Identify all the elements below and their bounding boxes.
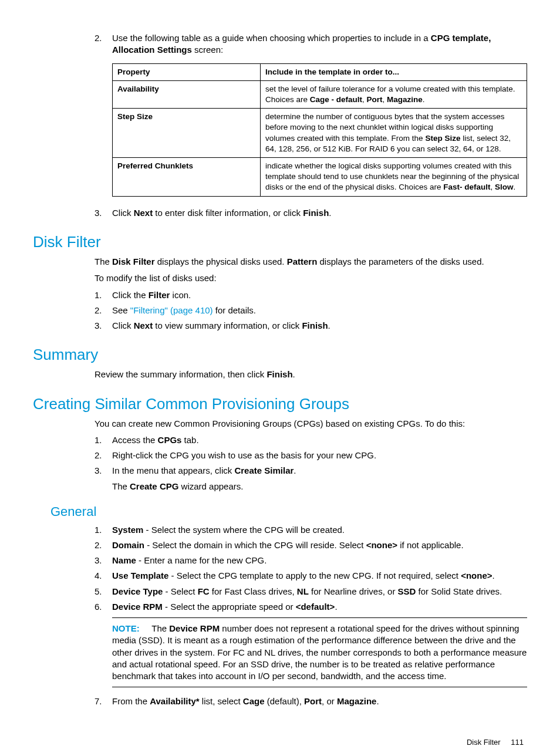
intro-steps: 2. Use the following table as a guide wh… [95,32,527,219]
step-text: Use the following table as a guide when … [112,33,491,55]
step-2: 2. Use the following table as a guide wh… [95,32,527,197]
disk-filter-steps: 1. Click the Filter icon. 2. See "Filter… [95,289,527,332]
heading-summary: Summary [33,345,527,365]
step-3: 3. Click Next to enter disk filter infor… [95,207,527,219]
list-item: 1. Click the Filter icon. [95,289,527,301]
disk-filter-para1: The Disk Filter displays the physical di… [95,256,527,268]
step-number: 2. [95,32,102,44]
table-header-row: Property Include in the template in orde… [113,63,527,80]
list-item: 2. Domain - Select the domain in which t… [95,539,527,551]
summary-para: Review the summary information, then cli… [95,369,527,380]
col-property: Property [113,63,261,80]
filtering-link[interactable]: "Filtering" (page 410) [130,305,213,315]
cell-desc: indicate whether the logical disks suppo… [261,158,527,197]
list-item: 4. Use Template - Select the CPG templat… [95,570,527,582]
page-footer: Disk Filter 111 [33,737,527,746]
disk-filter-para2: To modify the list of disks used: [95,272,527,284]
heading-general: General [50,503,527,521]
footer-page-number: 111 [511,738,524,746]
list-item: 6. Device RPM - Select the appropriate s… [95,601,527,688]
list-item: 1. Access the CPGs tab. [95,434,527,446]
table-row: Availability set the level of failure to… [113,80,527,108]
list-item: 1. System - Select the system where the … [95,524,527,536]
table-row: Preferred Chunklets indicate whether the… [113,158,527,197]
properties-table: Property Include in the template in orde… [112,63,527,197]
list-item: 2. See "Filtering" (page 410) for detail… [95,305,527,316]
step-number: 3. [95,207,102,219]
heading-disk-filter: Disk Filter [33,232,527,252]
creating-para: You can create new Common Provisioning G… [95,418,527,430]
creating-steps: 1. Access the CPGs tab. 2. Right-click t… [95,434,527,492]
note-label: NOTE: [112,623,140,633]
heading-creating-similar: Creating Similar Common Provisioning Gro… [33,394,527,414]
cell-property: Step Size [113,109,261,158]
list-item: 3. In the menu that appears, click Creat… [95,465,527,492]
list-item: 7. From the Availability* list, select C… [95,696,527,707]
table-row: Step Size determine the number of contig… [113,109,527,158]
list-item: 3. Click Next to view summary informatio… [95,320,527,332]
general-steps: 1. System - Select the system where the … [95,524,527,708]
cell-desc: set the level of failure tolerance for a… [261,80,527,108]
list-item: 5. Device Type - Select FC for Fast Clas… [95,586,527,598]
col-include: Include in the template in order to... [261,63,527,80]
step-text: Click Next to enter disk filter informat… [112,208,331,218]
list-item: 2. Right-click the CPG you wish to use a… [95,450,527,461]
cell-property: Preferred Chunklets [113,158,261,197]
list-item-line2: The Create CPG wizard appears. [112,481,527,492]
cell-property: Availability [113,80,261,108]
footer-section: Disk Filter [467,738,501,746]
cell-desc: determine the number of contiguous bytes… [261,109,527,158]
note-block: NOTE: The Device RPM number does not rep… [112,617,527,687]
list-item: 3. Name - Enter a name for the new CPG. [95,555,527,566]
